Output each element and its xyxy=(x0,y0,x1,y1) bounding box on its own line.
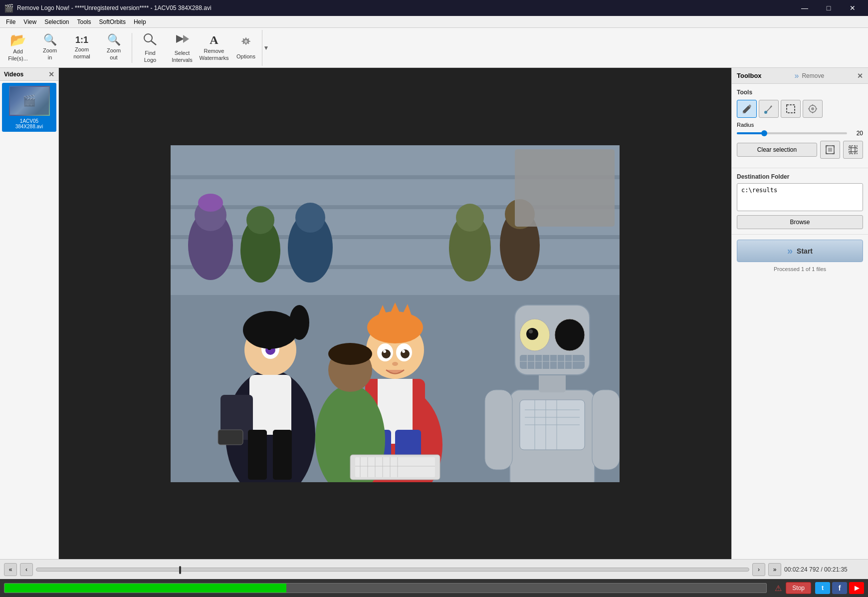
toolbar-overflow[interactable]: ▼ xyxy=(262,30,270,66)
menu-selection[interactable]: Selection xyxy=(40,16,73,27)
statusbar-icon: ⚠ xyxy=(775,584,782,593)
select-tool-button[interactable] xyxy=(781,100,801,118)
video-filename: 1ACV05384X288.avi xyxy=(14,118,45,130)
zoom-out-icon: 🔍 xyxy=(107,34,121,45)
svg-rect-66 xyxy=(520,355,585,369)
video-thumbnail: 🎬 xyxy=(8,85,51,117)
facebook-button[interactable]: f xyxy=(832,582,847,594)
maximize-button[interactable]: □ xyxy=(817,0,840,16)
svg-point-46 xyxy=(402,350,405,353)
svg-rect-93 xyxy=(787,105,795,113)
progress-bar-area: ⚠ Stop t f ▶ xyxy=(0,579,868,597)
zoom-out-button[interactable]: 🔍 Zoomout xyxy=(98,30,130,66)
selection-buttons-row: Clear selection xyxy=(737,141,863,159)
slider-thumb[interactable] xyxy=(761,130,767,136)
svg-point-28 xyxy=(243,311,298,349)
window-controls: — □ ✕ xyxy=(793,0,864,16)
timeline-prev-button[interactable]: ‹ xyxy=(20,563,33,576)
browse-button[interactable]: Browse xyxy=(737,215,863,229)
remove-arrow-icon: » xyxy=(795,71,799,80)
toolbox-title: Toolbox xyxy=(737,72,762,79)
app-icon: 🎬 xyxy=(4,3,14,13)
remove-watermarks-icon: A xyxy=(210,34,218,46)
start-button[interactable]: » Start xyxy=(737,240,863,262)
menu-file[interactable]: File xyxy=(2,16,19,27)
timeline-position-indicator xyxy=(179,566,181,574)
brush-tool-button[interactable] xyxy=(759,100,779,118)
tools-section: Tools Radius xyxy=(732,84,868,168)
svg-point-95 xyxy=(811,107,814,110)
shrink-selection-button[interactable] xyxy=(843,141,863,159)
menu-view[interactable]: View xyxy=(19,16,40,27)
time-display: 00:02:24 792 / 00:21:35 xyxy=(784,566,864,573)
videos-title: Videos xyxy=(4,71,23,78)
destination-folder-input[interactable] xyxy=(737,183,863,211)
svg-point-47 xyxy=(392,362,398,366)
processed-status: Processed 1 of 1 files xyxy=(737,266,863,272)
title-text: Remove Logo Now! - ****Unregistered vers… xyxy=(17,4,793,11)
menubar: File View Selection Tools SoftOrbits Hel… xyxy=(0,16,868,28)
add-files-icon: 📂 xyxy=(10,33,26,46)
tools-row xyxy=(737,100,863,118)
timeline-prev-prev-button[interactable]: « xyxy=(4,563,17,576)
toolbox-header: Toolbox » Remove ✕ xyxy=(732,68,868,84)
zoom-in-button[interactable]: 🔍 Zoomin xyxy=(34,30,66,66)
expand-selection-button[interactable] xyxy=(820,141,840,159)
destination-folder-section: Destination Folder Browse xyxy=(732,168,868,234)
list-item[interactable]: 🎬 1ACV05384X288.avi xyxy=(2,83,56,132)
svg-rect-83 xyxy=(355,457,435,477)
zoom-normal-button[interactable]: 1:1 Zoomnormal xyxy=(66,30,98,66)
timeline-next-next-button[interactable]: » xyxy=(768,563,781,576)
zoom-normal-icon: 1:1 xyxy=(75,35,88,44)
menu-tools[interactable]: Tools xyxy=(73,16,95,27)
pencil-tool-button[interactable] xyxy=(737,100,757,118)
error-icon: ⚠ xyxy=(775,584,782,593)
stop-button[interactable]: Stop xyxy=(786,582,811,594)
start-section: » Start Processed 1 of 1 files xyxy=(732,234,868,277)
select-intervals-button[interactable]: Select Intervals xyxy=(166,30,198,66)
youtube-button[interactable]: ▶ xyxy=(849,582,864,594)
svg-point-43 xyxy=(382,349,391,358)
video-canvas-area[interactable] xyxy=(59,68,731,559)
timeline: « ‹ › » 00:02:24 792 / 00:21:35 xyxy=(0,559,868,579)
toolbox-remove-label: Remove xyxy=(802,72,824,79)
radius-slider[interactable] xyxy=(737,132,847,134)
start-arrow-icon: » xyxy=(787,245,793,257)
svg-point-65 xyxy=(529,329,533,333)
videos-close-button[interactable]: ✕ xyxy=(48,70,54,78)
add-files-button[interactable]: 📂 AddFile(s)... xyxy=(2,30,34,66)
destination-folder-title: Destination Folder xyxy=(737,173,863,180)
radius-slider-container: 20 xyxy=(737,130,863,137)
timeline-scrubber[interactable] xyxy=(36,568,749,572)
clear-selection-button[interactable]: Clear selection xyxy=(737,143,817,157)
svg-rect-30 xyxy=(249,375,291,435)
magic-wand-tool-button[interactable] xyxy=(803,100,823,118)
svg-point-4 xyxy=(244,40,247,43)
menu-help[interactable]: Help xyxy=(130,16,150,27)
menu-softorbits[interactable]: SoftOrbits xyxy=(95,16,130,27)
find-logo-button[interactable]: FindLogo xyxy=(134,30,166,66)
find-logo-icon xyxy=(142,32,158,48)
svg-rect-76 xyxy=(592,390,620,470)
svg-rect-9 xyxy=(171,235,620,239)
svg-point-63 xyxy=(555,319,585,351)
svg-point-29 xyxy=(289,305,309,340)
svg-rect-32 xyxy=(218,430,243,445)
timeline-next-button[interactable]: › xyxy=(752,563,765,576)
options-icon xyxy=(238,35,253,51)
minimize-button[interactable]: — xyxy=(793,0,816,16)
radius-section: Radius 20 xyxy=(737,122,863,137)
social-buttons: t f ▶ xyxy=(815,582,864,594)
svg-point-64 xyxy=(526,328,538,340)
svg-rect-10 xyxy=(171,265,620,269)
svg-point-81 xyxy=(328,343,372,365)
svg-point-92 xyxy=(764,111,767,114)
remove-watermarks-button[interactable]: A RemoveWatermarks xyxy=(198,30,230,66)
toolbox-close-button[interactable]: ✕ xyxy=(857,72,863,80)
svg-point-15 xyxy=(246,206,274,234)
twitter-button[interactable]: t xyxy=(815,582,830,594)
videos-panel: Videos ✕ 🎬 1ACV05384X288.avi xyxy=(0,68,59,559)
options-button[interactable]: Options xyxy=(230,30,262,66)
svg-point-17 xyxy=(295,203,325,233)
close-button[interactable]: ✕ xyxy=(841,0,864,16)
